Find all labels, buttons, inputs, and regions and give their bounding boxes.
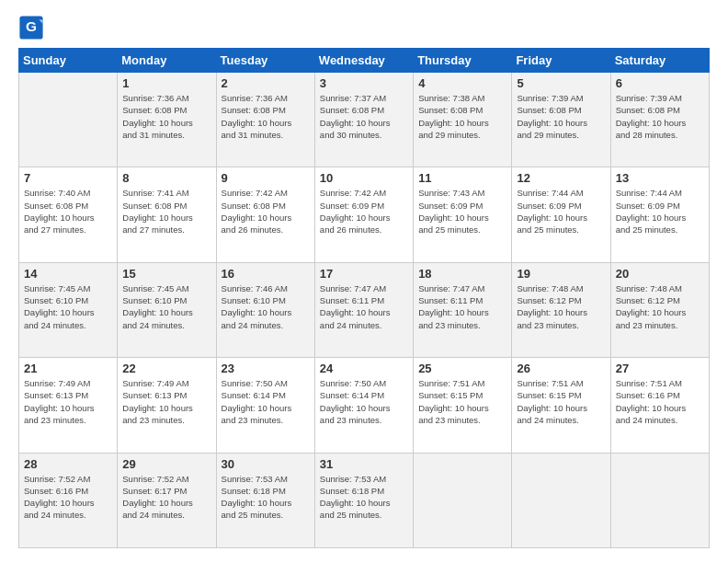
calendar-cell: 15Sunrise: 7:45 AM Sunset: 6:10 PM Dayli…	[118, 262, 216, 357]
weekday-header-saturday: Saturday	[610, 49, 709, 73]
calendar-week-4: 21Sunrise: 7:49 AM Sunset: 6:13 PM Dayli…	[19, 358, 710, 453]
day-number: 2	[222, 76, 310, 90]
calendar-cell: 13Sunrise: 7:44 AM Sunset: 6:09 PM Dayli…	[610, 167, 709, 262]
calendar-cell: 14Sunrise: 7:45 AM Sunset: 6:10 PM Dayli…	[19, 262, 118, 357]
day-info: Sunrise: 7:42 AM Sunset: 6:08 PM Dayligh…	[222, 187, 310, 236]
weekday-row: SundayMondayTuesdayWednesdayThursdayFrid…	[19, 49, 710, 73]
day-info: Sunrise: 7:44 AM Sunset: 6:09 PM Dayligh…	[616, 187, 704, 236]
calendar-cell: 17Sunrise: 7:47 AM Sunset: 6:11 PM Dayli…	[314, 262, 413, 357]
day-number: 18	[418, 267, 506, 281]
page: G SundayMondayTuesdayWednesdayThursdayFr…	[0, 0, 728, 563]
calendar-cell: 16Sunrise: 7:46 AM Sunset: 6:10 PM Dayli…	[216, 262, 314, 357]
calendar-cell: 27Sunrise: 7:51 AM Sunset: 6:16 PM Dayli…	[610, 358, 709, 453]
day-info: Sunrise: 7:47 AM Sunset: 6:11 PM Dayligh…	[320, 282, 408, 331]
day-number: 15	[122, 267, 210, 281]
day-info: Sunrise: 7:36 AM Sunset: 6:08 PM Dayligh…	[122, 92, 210, 141]
day-info: Sunrise: 7:53 AM Sunset: 6:18 PM Dayligh…	[222, 473, 310, 522]
day-number: 10	[320, 171, 408, 185]
day-number: 21	[24, 362, 112, 375]
day-number: 4	[418, 76, 506, 90]
day-info: Sunrise: 7:48 AM Sunset: 6:12 PM Dayligh…	[517, 282, 605, 331]
day-number: 16	[222, 267, 310, 281]
calendar-cell	[512, 453, 610, 547]
day-number: 3	[320, 76, 408, 90]
day-info: Sunrise: 7:50 AM Sunset: 6:14 PM Dayligh…	[222, 377, 310, 426]
calendar-cell: 30Sunrise: 7:53 AM Sunset: 6:18 PM Dayli…	[216, 453, 314, 547]
calendar-cell: 22Sunrise: 7:49 AM Sunset: 6:13 PM Dayli…	[118, 358, 216, 453]
day-number: 24	[320, 362, 408, 375]
calendar-week-3: 14Sunrise: 7:45 AM Sunset: 6:10 PM Dayli…	[19, 262, 710, 357]
weekday-header-monday: Monday	[118, 49, 216, 73]
calendar-cell: 20Sunrise: 7:48 AM Sunset: 6:12 PM Dayli…	[610, 262, 709, 357]
day-info: Sunrise: 7:46 AM Sunset: 6:10 PM Dayligh…	[222, 282, 310, 331]
calendar-cell: 29Sunrise: 7:52 AM Sunset: 6:17 PM Dayli…	[118, 453, 216, 547]
calendar-cell: 18Sunrise: 7:47 AM Sunset: 6:11 PM Dayli…	[414, 262, 512, 357]
calendar: SundayMondayTuesdayWednesdayThursdayFrid…	[18, 48, 710, 548]
calendar-cell: 28Sunrise: 7:52 AM Sunset: 6:16 PM Dayli…	[19, 453, 118, 547]
day-number: 14	[24, 267, 112, 281]
weekday-header-friday: Friday	[512, 49, 610, 73]
calendar-cell: 21Sunrise: 7:49 AM Sunset: 6:13 PM Dayli…	[19, 358, 118, 453]
day-info: Sunrise: 7:40 AM Sunset: 6:08 PM Dayligh…	[24, 187, 112, 236]
day-info: Sunrise: 7:51 AM Sunset: 6:16 PM Dayligh…	[616, 377, 704, 426]
calendar-cell: 5Sunrise: 7:39 AM Sunset: 6:08 PM Daylig…	[512, 73, 610, 167]
day-info: Sunrise: 7:51 AM Sunset: 6:15 PM Dayligh…	[418, 377, 506, 426]
calendar-cell: 10Sunrise: 7:42 AM Sunset: 6:09 PM Dayli…	[314, 167, 413, 262]
calendar-cell	[414, 453, 512, 547]
logo-icon: G	[18, 15, 44, 40]
calendar-week-2: 7Sunrise: 7:40 AM Sunset: 6:08 PM Daylig…	[19, 167, 710, 262]
day-number: 28	[24, 457, 112, 471]
svg-text:G: G	[26, 18, 37, 34]
day-number: 29	[122, 457, 210, 471]
weekday-header-thursday: Thursday	[414, 49, 512, 73]
calendar-cell	[19, 73, 118, 167]
calendar-cell: 25Sunrise: 7:51 AM Sunset: 6:15 PM Dayli…	[414, 358, 512, 453]
day-number: 17	[320, 267, 408, 281]
day-info: Sunrise: 7:43 AM Sunset: 6:09 PM Dayligh…	[418, 187, 506, 236]
calendar-cell: 1Sunrise: 7:36 AM Sunset: 6:08 PM Daylig…	[118, 73, 216, 167]
day-number: 30	[222, 457, 310, 471]
day-info: Sunrise: 7:39 AM Sunset: 6:08 PM Dayligh…	[517, 92, 605, 141]
calendar-cell: 7Sunrise: 7:40 AM Sunset: 6:08 PM Daylig…	[19, 167, 118, 262]
calendar-cell	[610, 453, 709, 547]
calendar-cell: 11Sunrise: 7:43 AM Sunset: 6:09 PM Dayli…	[414, 167, 512, 262]
day-info: Sunrise: 7:53 AM Sunset: 6:18 PM Dayligh…	[320, 473, 408, 522]
calendar-cell: 4Sunrise: 7:38 AM Sunset: 6:08 PM Daylig…	[414, 73, 512, 167]
day-info: Sunrise: 7:49 AM Sunset: 6:13 PM Dayligh…	[122, 377, 210, 426]
day-info: Sunrise: 7:52 AM Sunset: 6:16 PM Dayligh…	[24, 473, 112, 522]
day-number: 20	[616, 267, 704, 281]
day-number: 8	[122, 171, 210, 185]
day-number: 12	[517, 171, 605, 185]
day-info: Sunrise: 7:49 AM Sunset: 6:13 PM Dayligh…	[24, 377, 112, 426]
calendar-cell: 3Sunrise: 7:37 AM Sunset: 6:08 PM Daylig…	[314, 73, 413, 167]
day-number: 7	[24, 171, 112, 185]
day-info: Sunrise: 7:36 AM Sunset: 6:08 PM Dayligh…	[222, 92, 310, 141]
calendar-cell: 31Sunrise: 7:53 AM Sunset: 6:18 PM Dayli…	[314, 453, 413, 547]
calendar-body: 1Sunrise: 7:36 AM Sunset: 6:08 PM Daylig…	[19, 73, 710, 548]
day-number: 9	[222, 171, 310, 185]
day-info: Sunrise: 7:37 AM Sunset: 6:08 PM Dayligh…	[320, 92, 408, 141]
day-info: Sunrise: 7:38 AM Sunset: 6:08 PM Dayligh…	[418, 92, 506, 141]
day-info: Sunrise: 7:47 AM Sunset: 6:11 PM Dayligh…	[418, 282, 506, 331]
day-info: Sunrise: 7:44 AM Sunset: 6:09 PM Dayligh…	[517, 187, 605, 236]
day-number: 19	[517, 267, 605, 281]
day-number: 23	[222, 362, 310, 375]
day-number: 5	[517, 76, 605, 90]
calendar-week-5: 28Sunrise: 7:52 AM Sunset: 6:16 PM Dayli…	[19, 453, 710, 547]
day-number: 26	[517, 362, 605, 375]
calendar-cell: 6Sunrise: 7:39 AM Sunset: 6:08 PM Daylig…	[610, 73, 709, 167]
calendar-cell: 19Sunrise: 7:48 AM Sunset: 6:12 PM Dayli…	[512, 262, 610, 357]
day-info: Sunrise: 7:48 AM Sunset: 6:12 PM Dayligh…	[616, 282, 704, 331]
calendar-cell: 2Sunrise: 7:36 AM Sunset: 6:08 PM Daylig…	[216, 73, 314, 167]
day-info: Sunrise: 7:41 AM Sunset: 6:08 PM Dayligh…	[122, 187, 210, 236]
weekday-header-wednesday: Wednesday	[314, 49, 413, 73]
calendar-cell: 9Sunrise: 7:42 AM Sunset: 6:08 PM Daylig…	[216, 167, 314, 262]
day-number: 25	[418, 362, 506, 375]
day-info: Sunrise: 7:50 AM Sunset: 6:14 PM Dayligh…	[320, 377, 408, 426]
day-info: Sunrise: 7:51 AM Sunset: 6:15 PM Dayligh…	[517, 377, 605, 426]
calendar-week-1: 1Sunrise: 7:36 AM Sunset: 6:08 PM Daylig…	[19, 73, 710, 167]
header: G	[18, 15, 710, 40]
weekday-header-sunday: Sunday	[19, 49, 118, 73]
day-info: Sunrise: 7:45 AM Sunset: 6:10 PM Dayligh…	[24, 282, 112, 331]
day-number: 27	[616, 362, 704, 375]
